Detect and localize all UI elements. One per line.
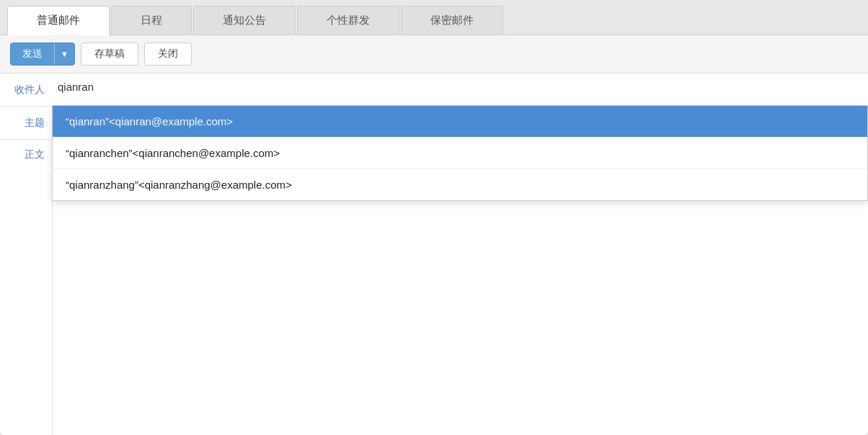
- tab-group[interactable]: 个性群发: [297, 6, 399, 35]
- tab-schedule[interactable]: 日程: [111, 6, 192, 35]
- compose-toolbar: 发送 ▼ 存草稿 关闭: [0, 35, 868, 73]
- autocomplete-dropdown: “qianran”<qianran@example.com> “qianranc…: [52, 105, 868, 201]
- subject-label: 主题: [0, 107, 52, 139]
- close-button[interactable]: 关闭: [144, 42, 192, 66]
- recipient-row: 收件人 “qianran”<qianran@example.com> “qian…: [0, 73, 868, 107]
- autocomplete-item-0[interactable]: “qianran”<qianran@example.com>: [53, 106, 867, 138]
- mail-compose-window: 普通邮件 日程 通知公告 个性群发 保密邮件 发送 ▼ 存草稿 关闭 收件人 “…: [0, 0, 868, 435]
- tab-notice[interactable]: 通知公告: [193, 6, 296, 35]
- body-textarea[interactable]: [53, 166, 868, 435]
- send-button-main[interactable]: 发送: [11, 43, 55, 65]
- recipient-label: 收件人: [0, 73, 52, 106]
- tab-bar: 普通邮件 日程 通知公告 个性群发 保密邮件: [0, 0, 868, 35]
- tab-secret[interactable]: 保密邮件: [401, 6, 503, 35]
- autocomplete-item-2[interactable]: “qianranzhang”<qianranzhang@example.com>: [53, 169, 867, 200]
- save-draft-button[interactable]: 存草稿: [81, 42, 138, 66]
- recipient-input[interactable]: [52, 73, 868, 100]
- body-label: 正文: [0, 140, 52, 435]
- send-button-group[interactable]: 发送 ▼: [10, 42, 75, 66]
- compose-form: 收件人 “qianran”<qianran@example.com> “qian…: [0, 73, 868, 435]
- tab-normal[interactable]: 普通邮件: [7, 6, 110, 35]
- recipient-input-wrap: “qianran”<qianran@example.com> “qianranc…: [52, 73, 868, 100]
- send-button-arrow[interactable]: ▼: [55, 43, 74, 65]
- autocomplete-item-1[interactable]: “qianranchen”<qianranchen@example.com>: [53, 138, 867, 169]
